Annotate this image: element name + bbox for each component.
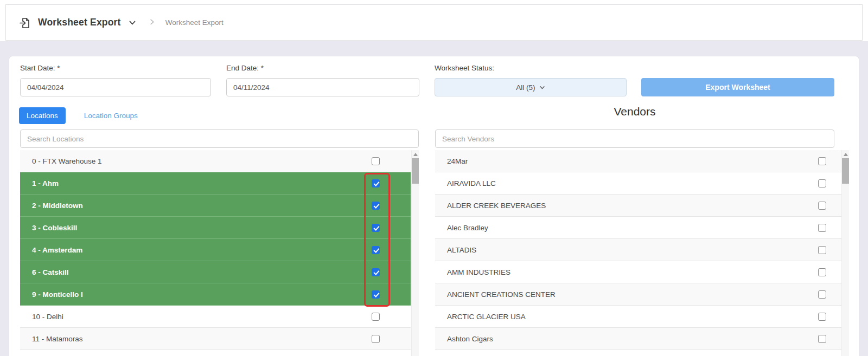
location-row[interactable]: 1 - Ahm [20,172,411,195]
locations-scrollbar-thumb[interactable] [412,158,419,184]
location-checkbox[interactable] [372,335,380,343]
page-title: Worksheet Export [38,17,121,28]
locations-list: 0 - FTX Warehouse 11 - Ahm2 - Middletown… [20,150,411,350]
location-tabs: Locations Location Groups [19,107,138,124]
vendors-list: 24MarAIRAVIDA LLCALDER CREEK BEVERAGESAl… [435,150,841,350]
vendors-scrollbar-thumb[interactable] [842,158,849,184]
vendor-row[interactable]: ANCIENT CREATIONS CENTER [435,283,841,306]
search-locations-input[interactable] [20,130,419,148]
vendor-label: ANCIENT CREATIONS CENTER [447,290,556,299]
vendor-row[interactable]: 24Mar [435,150,841,172]
vendor-label: 24Mar [447,157,468,165]
breadcrumb: Worksheet Export [165,18,224,27]
location-label: 4 - Amsterdam [32,246,82,254]
vendor-label: ALTADIS [447,246,476,254]
location-checkbox[interactable] [372,268,380,276]
export-form-card: Start Date: * End Date: * Worksheet Stat… [9,56,859,356]
vendor-row[interactable]: ARCTIC GLACIER USA [435,306,841,328]
location-label: 6 - Catskill [32,268,69,276]
location-row[interactable]: 4 - Amsterdam [20,239,411,261]
vendors-scrollbar[interactable] [841,150,849,356]
start-date-label: Start Date: * [20,64,60,72]
vendor-row[interactable]: ALTADIS [435,239,841,261]
location-checkbox[interactable] [372,246,380,254]
location-label: 9 - Monticello I [32,290,83,299]
start-date-input[interactable] [20,78,211,96]
vendor-label: Alec Bradley [447,224,488,232]
chevron-down-icon [539,85,545,90]
search-vendors-input[interactable] [435,130,834,148]
vendor-label: Ashton Cigars [447,335,493,343]
location-checkbox[interactable] [372,202,380,210]
scroll-up-arrow-icon[interactable] [413,153,418,156]
vendor-checkbox[interactable] [818,335,826,343]
vendor-checkbox[interactable] [818,313,826,321]
vendor-checkbox[interactable] [818,246,826,254]
location-row[interactable]: 3 - Cobleskill [20,217,411,239]
vendor-row[interactable]: AMM INDUSTRIES [435,261,841,283]
scroll-up-arrow-icon[interactable] [844,153,848,156]
export-document-icon [18,16,31,29]
location-checkbox[interactable] [372,313,380,321]
worksheet-status-value: All (5) [516,83,535,92]
vendor-label: AMM INDUSTRIES [447,268,510,276]
vendor-label: ALDER CREEK BEVERAGES [447,202,546,210]
location-checkbox[interactable] [372,179,380,187]
location-row[interactable]: 9 - Monticello I [20,283,411,306]
location-label: 10 - Delhi [32,313,63,321]
vendor-checkbox[interactable] [818,157,826,165]
location-row[interactable]: 0 - FTX Warehouse 1 [20,150,411,172]
location-checkbox[interactable] [372,157,380,165]
end-date-input[interactable] [226,78,419,96]
location-label: 11 - Matamoras [32,335,83,343]
vendor-checkbox[interactable] [818,202,826,210]
export-worksheet-button[interactable]: Export Worksheet [641,78,834,96]
vendor-checkbox[interactable] [818,179,826,187]
vendors-title: Vendors [435,105,834,118]
worksheet-status-label: Worksheet Status: [435,64,494,72]
vendor-row[interactable]: AIRAVIDA LLC [435,172,841,195]
end-date-label: End Date: * [226,64,264,72]
vendor-checkbox[interactable] [818,268,826,276]
location-label: 1 - Ahm [32,179,59,187]
worksheet-status-dropdown[interactable]: All (5) [435,78,627,96]
tab-location-groups[interactable]: Location Groups [84,112,138,120]
chevron-down-icon[interactable] [128,18,137,27]
top-bar: Worksheet Export Worksheet Export [5,4,863,41]
location-checkbox[interactable] [372,290,380,299]
vendor-label: ARCTIC GLACIER USA [447,313,526,321]
vendor-row[interactable]: ALDER CREEK BEVERAGES [435,195,841,217]
location-row[interactable]: 6 - Catskill [20,261,411,283]
vendor-label: AIRAVIDA LLC [447,179,496,187]
location-label: 0 - FTX Warehouse 1 [32,157,102,165]
chevron-right-icon [149,18,156,28]
location-label: 2 - Middletown [32,202,83,210]
location-row[interactable]: 2 - Middletown [20,195,411,217]
vendor-row[interactable]: Ashton Cigars [435,328,841,350]
vendor-checkbox[interactable] [818,224,826,232]
location-checkbox[interactable] [372,224,380,232]
locations-scrollbar[interactable] [411,150,419,356]
tab-locations[interactable]: Locations [19,107,66,124]
location-row[interactable]: 10 - Delhi [20,306,411,328]
location-label: 3 - Cobleskill [32,224,77,232]
location-row[interactable]: 11 - Matamoras [20,328,411,350]
vendor-row[interactable]: Alec Bradley [435,217,841,239]
vendor-checkbox[interactable] [818,290,826,299]
